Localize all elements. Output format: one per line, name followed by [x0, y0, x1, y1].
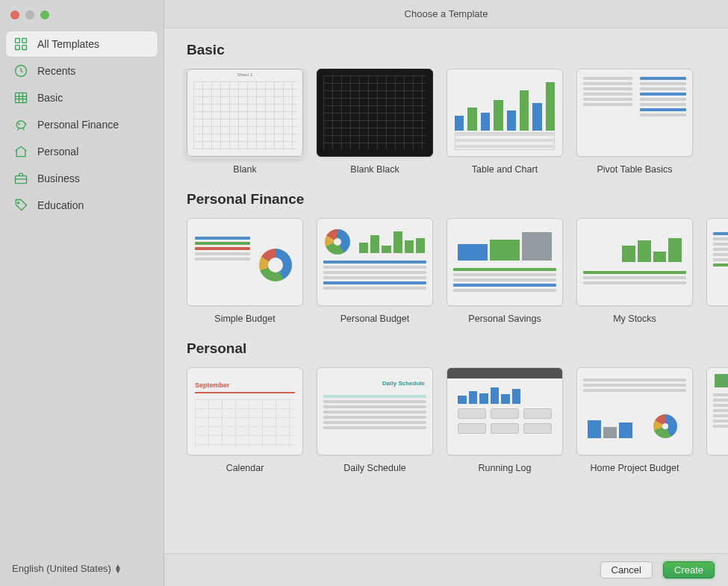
- template-simple-budget[interactable]: Simple Budget: [187, 218, 303, 324]
- svg-rect-3: [22, 46, 27, 50]
- template-table-and-chart[interactable]: Table and Chart: [447, 69, 563, 175]
- briefcase-icon: [13, 171, 28, 186]
- home-icon: [13, 144, 28, 159]
- template-grid: Simple Budget Personal Budget: [164, 218, 728, 327]
- sidebar-list: All Templates Recents Basic Personal Fin…: [0, 27, 164, 224]
- template-thumbnail: [576, 218, 693, 306]
- template-label: Personal Budget: [340, 314, 409, 324]
- template-label: Blank: [233, 164, 256, 175]
- template-personal-budget[interactable]: Personal Budget: [317, 218, 433, 324]
- window-controls: [0, 0, 164, 27]
- template-thumbnail: September: [187, 367, 303, 455]
- template-grid: September Calendar Daily Schedule Daily …: [164, 367, 728, 476]
- template-thumbnail: [447, 367, 563, 455]
- sidebar-item-label: All Templates: [37, 38, 99, 50]
- grid-icon: [13, 37, 28, 52]
- table-icon: [13, 90, 28, 105]
- sidebar-item-personal[interactable]: Personal: [6, 139, 158, 164]
- template-thumbnail: Daily Schedule: [317, 367, 433, 455]
- template-team-roster[interactable]: Team Roster: [706, 367, 728, 473]
- template-label: Blank Black: [350, 164, 399, 175]
- svg-rect-0: [16, 39, 20, 43]
- template-thumbnail: [706, 367, 728, 455]
- template-thumbnail: [576, 69, 693, 157]
- updown-icon: ▲▼: [114, 564, 122, 573]
- template-blank[interactable]: Sheet 1 Blank: [187, 69, 303, 175]
- template-label: My Stocks: [613, 314, 656, 324]
- template-thumbnail: [447, 218, 563, 306]
- template-thumbnail: [706, 218, 728, 306]
- sidebar: All Templates Recents Basic Personal Fin…: [0, 0, 164, 586]
- sidebar-item-all-templates[interactable]: All Templates: [6, 31, 158, 57]
- sidebar-item-recents[interactable]: Recents: [6, 58, 158, 84]
- template-personal-savings[interactable]: Personal Savings: [447, 218, 563, 324]
- template-thumbnail: [576, 367, 693, 455]
- svg-rect-7: [16, 176, 27, 184]
- piggybank-icon: [13, 117, 28, 132]
- template-label: Table and Chart: [472, 164, 538, 175]
- template-thumbnail: [187, 218, 303, 306]
- template-home-project-budget[interactable]: Home Project Budget: [576, 367, 693, 473]
- template-thumbnail: Sheet 1: [187, 69, 303, 157]
- template-pivot-table-basics[interactable]: Pivot Table Basics: [576, 69, 693, 175]
- template-label: Pivot Table Basics: [597, 164, 672, 175]
- template-shared-expenses[interactable]: Shared Expenses: [706, 218, 728, 324]
- zoom-window-button[interactable]: [40, 10, 49, 19]
- template-blank-black[interactable]: Blank Black: [317, 69, 433, 175]
- thumb-caption: September: [195, 381, 230, 389]
- window-title: Choose a Template: [164, 0, 728, 28]
- template-grid: Sheet 1 Blank Blank Black: [164, 69, 728, 178]
- section-basic: Basic Sheet 1 Blank Blank Black: [164, 42, 728, 178]
- section-title: Personal: [187, 340, 728, 357]
- svg-rect-1: [22, 39, 27, 43]
- svg-rect-2: [16, 46, 20, 50]
- template-label: Calendar: [226, 463, 264, 473]
- svg-rect-5: [16, 93, 27, 102]
- cancel-button[interactable]: Cancel: [600, 561, 653, 579]
- section-title: Basic: [187, 42, 728, 58]
- main-pane: Choose a Template Basic Sheet 1 Blank: [164, 0, 728, 586]
- template-daily-schedule[interactable]: Daily Schedule Daily Schedule: [317, 367, 433, 473]
- template-calendar[interactable]: September Calendar: [187, 367, 303, 473]
- language-label: English (United States): [12, 563, 111, 574]
- sidebar-item-education[interactable]: Education: [6, 193, 158, 218]
- sidebar-item-label: Education: [37, 199, 84, 211]
- template-label: Simple Budget: [214, 314, 275, 324]
- sidebar-item-label: Recents: [37, 65, 75, 77]
- sidebar-item-personal-finance[interactable]: Personal Finance: [6, 112, 158, 137]
- sidebar-item-business[interactable]: Business: [6, 166, 158, 191]
- window-title-text: Choose a Template: [405, 8, 488, 19]
- template-scroll-area[interactable]: Basic Sheet 1 Blank Blank Black: [164, 28, 728, 553]
- template-my-stocks[interactable]: My Stocks: [576, 218, 693, 324]
- svg-point-6: [19, 124, 19, 125]
- create-button[interactable]: Create: [663, 561, 715, 579]
- minimize-window-button[interactable]: [25, 10, 34, 19]
- close-window-button[interactable]: [10, 10, 19, 19]
- sidebar-item-basic[interactable]: Basic: [6, 85, 158, 110]
- template-thumbnail: [447, 69, 563, 157]
- svg-point-8: [18, 202, 19, 204]
- sidebar-item-label: Personal Finance: [37, 119, 119, 131]
- template-label: Daily Schedule: [343, 463, 405, 473]
- sidebar-item-label: Business: [37, 172, 80, 184]
- sidebar-item-label: Personal: [37, 146, 78, 158]
- section-title: Personal Finance: [187, 191, 728, 208]
- tag-icon: [13, 198, 28, 213]
- section-personal-finance: Personal Finance Simple Budget: [164, 191, 728, 327]
- template-label: Personal Savings: [468, 314, 541, 324]
- template-label: Home Project Budget: [591, 463, 679, 473]
- footer: Cancel Create: [164, 553, 728, 586]
- section-personal: Personal September Calendar Daily Schedu…: [164, 340, 728, 476]
- thumb-caption: Daily Schedule: [382, 380, 425, 387]
- template-thumbnail: [317, 218, 433, 306]
- template-thumbnail: [317, 69, 433, 157]
- clock-icon: [13, 63, 28, 78]
- language-picker[interactable]: English (United States) ▲▼: [0, 554, 164, 586]
- template-running-log[interactable]: Running Log: [447, 367, 563, 473]
- thumb-caption: Sheet 1: [187, 72, 302, 77]
- sidebar-item-label: Basic: [37, 92, 63, 104]
- template-label: Running Log: [479, 463, 532, 473]
